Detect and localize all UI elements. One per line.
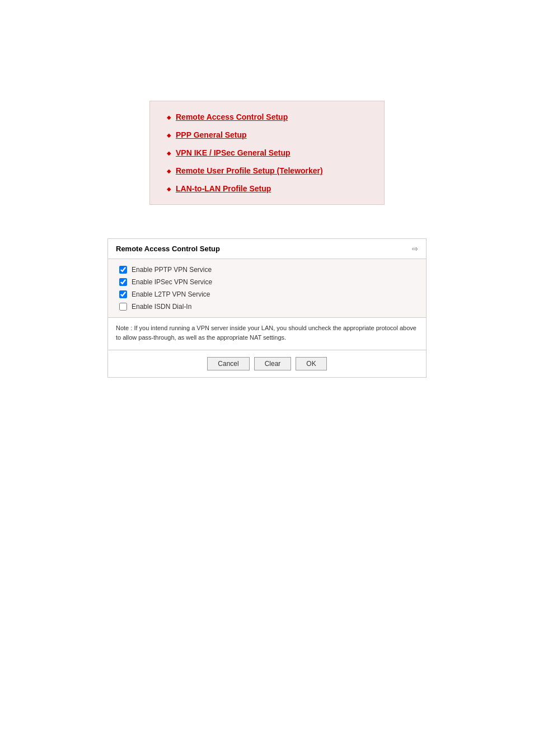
diamond-icon-3: ◆	[167, 150, 171, 156]
diamond-icon-4: ◆	[167, 168, 171, 174]
isdn-checkbox[interactable]	[119, 303, 127, 311]
menu-panel: ◆ Remote Access Control Setup ◆ PPP Gene…	[149, 101, 385, 205]
l2tp-label: Enable L2TP VPN Service	[132, 290, 210, 298]
diamond-icon-5: ◆	[167, 186, 171, 192]
setup-panel-title: Remote Access Control Setup	[116, 245, 220, 253]
pptp-checkbox[interactable]	[119, 266, 127, 274]
menu-item-remote-access[interactable]: ◆ Remote Access Control Setup	[167, 112, 367, 121]
menu-item-remote-user[interactable]: ◆ Remote User Profile Setup (Teleworker)	[167, 166, 367, 175]
note-section: Note : If you intend running a VPN serve…	[108, 318, 426, 350]
setup-panel: Remote Access Control Setup ⇨ Enable PPT…	[107, 238, 427, 378]
menu-item-lan-to-lan[interactable]: ◆ LAN-to-LAN Profile Setup	[167, 184, 367, 193]
isdn-label: Enable ISDN Dial-In	[132, 303, 191, 311]
button-section: Cancel Clear OK	[108, 350, 426, 377]
menu-link-lan-to-lan[interactable]: LAN-to-LAN Profile Setup	[176, 184, 271, 193]
checkbox-row-pptp[interactable]: Enable PPTP VPN Service	[119, 266, 415, 274]
page-wrapper: ◆ Remote Access Control Setup ◆ PPP Gene…	[0, 0, 534, 411]
checkbox-row-isdn[interactable]: Enable ISDN Dial-In	[119, 303, 415, 311]
ipsec-checkbox[interactable]	[119, 278, 127, 286]
pptp-label: Enable PPTP VPN Service	[132, 266, 212, 274]
ipsec-label: Enable IPSec VPN Service	[132, 278, 212, 286]
note-text: Note : If you intend running a VPN serve…	[116, 323, 418, 342]
menu-item-ppp[interactable]: ◆ PPP General Setup	[167, 130, 367, 139]
setup-panel-body: Enable PPTP VPN Service Enable IPSec VPN…	[108, 259, 426, 318]
l2tp-checkbox[interactable]	[119, 290, 127, 298]
diamond-icon-1: ◆	[167, 114, 171, 120]
ok-button[interactable]: OK	[296, 357, 326, 370]
clear-button[interactable]: Clear	[254, 357, 292, 370]
setup-panel-header: Remote Access Control Setup ⇨	[108, 239, 426, 259]
menu-item-vpn-ike[interactable]: ◆ VPN IKE / IPSec General Setup	[167, 148, 367, 157]
checkbox-row-ipsec[interactable]: Enable IPSec VPN Service	[119, 278, 415, 286]
diamond-icon-2: ◆	[167, 132, 171, 138]
checkbox-row-l2tp[interactable]: Enable L2TP VPN Service	[119, 290, 415, 298]
menu-link-remote-access[interactable]: Remote Access Control Setup	[176, 112, 288, 121]
menu-link-ppp[interactable]: PPP General Setup	[176, 130, 247, 139]
menu-link-vpn-ike[interactable]: VPN IKE / IPSec General Setup	[176, 148, 291, 157]
cancel-button[interactable]: Cancel	[207, 357, 249, 370]
help-icon[interactable]: ⇨	[412, 245, 418, 253]
menu-link-remote-user[interactable]: Remote User Profile Setup (Teleworker)	[176, 166, 323, 175]
